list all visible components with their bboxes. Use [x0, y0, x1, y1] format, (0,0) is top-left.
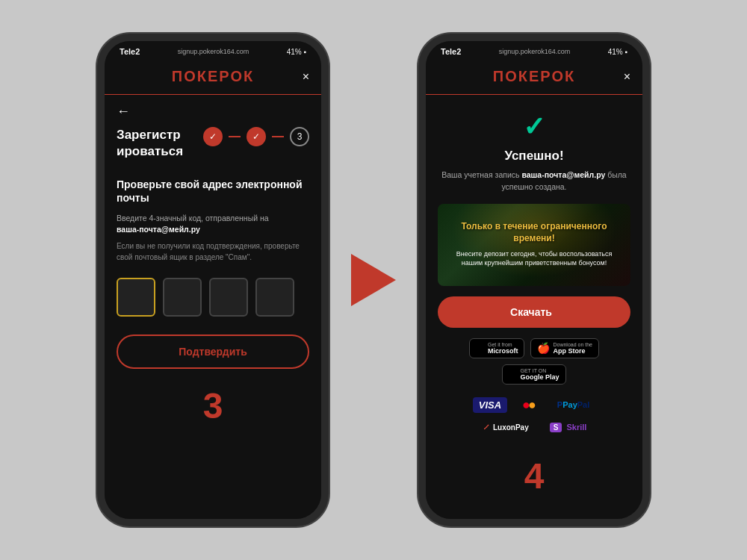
app-header-1: ПОКЕРОК × — [105, 59, 321, 95]
url-2: signup.pokerok164.com — [499, 48, 571, 55]
right-arrow-icon — [351, 254, 396, 306]
promo-text-2: Внесите депозит сегодня, чтобы воспользо… — [445, 249, 623, 268]
promo-text-1: Только в течение ограниченного времени! — [445, 221, 623, 244]
phone1-content: ПОКЕРОК × ← Зарегистр ироваться ✓ — [105, 59, 321, 519]
email-description: Введите 4-значный код, отправленный на в… — [117, 213, 309, 237]
promo-banner: Только в течение ограниченного времени! … — [438, 204, 630, 286]
step-number-1: 3 — [105, 378, 321, 429]
step-3-current: 3 — [290, 127, 309, 146]
payment-row-1: VISA ● ● PPayPal — [438, 395, 630, 415]
googleplay-icon: ▶ — [509, 368, 517, 380]
visa-payment: VISA — [473, 397, 507, 413]
battery-2: 41% ▪ — [608, 48, 627, 56]
back-button[interactable]: ← — [117, 104, 309, 119]
code-box-3[interactable] — [209, 278, 248, 317]
microsoft-icon: ⊞ — [476, 342, 485, 354]
googleplay-badge[interactable]: ▶ GET IT ON Google Play — [502, 364, 565, 385]
code-box-2[interactable] — [163, 278, 202, 317]
phone2-content: ПОКЕРОК × ✓ Успешно! Ваша учетная запись… — [426, 59, 642, 519]
download-button[interactable]: Скачать — [438, 296, 630, 328]
arrow-container — [351, 254, 396, 306]
download-label: Скачать — [510, 306, 552, 318]
app-logo-2: ПОКЕРОК — [493, 68, 575, 85]
scene: Tele2 signup.pokerok164.com 41% ▪ ПОКЕРО… — [0, 0, 747, 560]
close-button-1[interactable]: × — [303, 70, 309, 84]
code-box-4[interactable] — [255, 278, 294, 317]
success-title: Успешно! — [438, 149, 630, 164]
microsoft-badge[interactable]: ⊞ Get it from Microsoft — [469, 338, 525, 358]
appstore-badge[interactable]: 🍎 Download on the App Store — [530, 338, 599, 358]
paypal-payment: PPayPal — [551, 398, 595, 411]
url-1: signup.pokerok164.com — [178, 48, 249, 55]
payment-row-2: ⟋ LuxonPay S Skrill — [438, 420, 630, 435]
step-line-1 — [229, 136, 241, 137]
status-bar-1: Tele2 signup.pokerok164.com 41% ▪ — [105, 41, 321, 59]
success-icon: ✓ — [438, 111, 630, 143]
success-email: ваша-почта@мейл.ру — [521, 170, 605, 179]
step-line-2 — [272, 136, 284, 137]
email-highlight: ваша-почта@мейл.ру — [117, 225, 200, 234]
email-check-title: Проверьте свой адрес электронной почты — [117, 178, 309, 205]
code-box-1[interactable] — [117, 278, 155, 317]
googleplay-label: Google Play — [520, 373, 559, 381]
screen3-body: ← Зарегистр ироваться ✓ ✓ 3 — [105, 95, 321, 378]
step-indicators: ✓ ✓ 3 — [203, 127, 309, 146]
close-button-2[interactable]: × — [624, 70, 630, 84]
app-header-2: ПОКЕРОК × — [426, 59, 642, 95]
register-title: Зарегистр ироваться — [117, 127, 203, 160]
mastercard-payment: ● ● — [516, 395, 542, 415]
step-2-done: ✓ — [247, 127, 266, 146]
step-1-done: ✓ — [203, 127, 223, 146]
step-number-2: 4 — [426, 448, 642, 500]
spam-note: Если вы не получили код подтверждения, п… — [117, 240, 309, 263]
screen4-body: ✓ Успешно! Ваша учетная запись ваша-почт… — [426, 95, 642, 448]
store-badges: ⊞ Get it from Microsoft 🍎 Download on th… — [438, 338, 630, 385]
carrier-1: Tele2 — [120, 47, 140, 56]
apple-store-icon: 🍎 — [537, 342, 550, 354]
skrill-payment: S Skrill — [544, 420, 593, 434]
confirm-button[interactable]: Подтвердить — [117, 335, 309, 369]
carrier-2: Tele2 — [441, 47, 461, 56]
code-inputs[interactable] — [117, 278, 309, 317]
phone-2: Tele2 signup.pokerok164.com 41% ▪ ПОКЕРО… — [418, 34, 650, 526]
phone-1: Tele2 signup.pokerok164.com 41% ▪ ПОКЕРО… — [97, 34, 329, 526]
battery-1: 41% ▪ — [287, 48, 306, 56]
app-logo-1: ПОКЕРОК — [172, 68, 254, 85]
luxonpay-payment: ⟋ LuxonPay — [476, 420, 535, 435]
success-description: Ваша учетная запись ваша-почта@мейл.ру б… — [438, 169, 630, 193]
status-bar-2: Tele2 signup.pokerok164.com 41% ▪ — [426, 41, 642, 59]
